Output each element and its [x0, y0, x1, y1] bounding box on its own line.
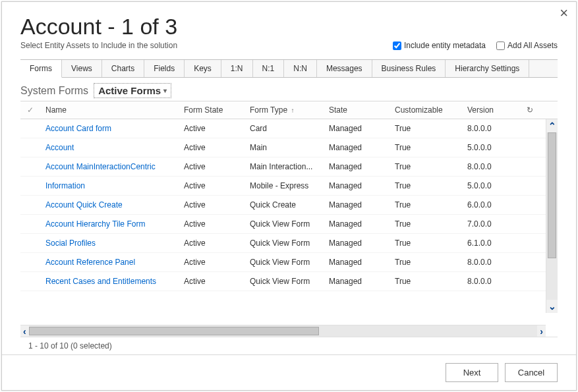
col-form-type[interactable]: Form Type ↑ [245, 101, 324, 119]
tab-charts[interactable]: Charts [102, 60, 144, 77]
col-form-state[interactable]: Form State [179, 101, 245, 119]
row-check[interactable] [20, 277, 40, 286]
table-row[interactable]: Account Hierarchy Tile FormActiveQuick V… [20, 215, 558, 234]
row-check[interactable] [20, 143, 40, 152]
table-row[interactable]: Account Card formActiveCardManagedTrue8.… [20, 119, 558, 138]
row-version: 5.0.0.0 [462, 138, 521, 157]
row-name-link[interactable]: Account Hierarchy Tile Form [45, 219, 145, 229]
tab-1n[interactable]: 1:N [221, 60, 253, 77]
row-state: Managed [324, 215, 390, 233]
scroll-thumb[interactable] [548, 132, 556, 258]
tab-views[interactable]: Views [62, 60, 102, 77]
row-form-state: Active [179, 196, 245, 214]
scroll-track[interactable] [546, 132, 558, 300]
row-form-state: Active [179, 234, 245, 252]
horizontal-scrollbar[interactable]: ‹ › [20, 325, 546, 337]
row-name: Social Profiles [40, 234, 179, 252]
h-scroll-track[interactable] [29, 325, 538, 337]
tab-forms[interactable]: Forms [20, 60, 62, 78]
page-title: Account - 1 of 3 [20, 14, 558, 40]
scroll-up-icon[interactable]: ⌃ [548, 119, 556, 132]
dialog-footer: Next Cancel [2, 354, 576, 390]
row-check[interactable] [20, 219, 40, 229]
row-form-type: Main Interaction... [245, 157, 324, 176]
row-name-link[interactable]: Account [45, 143, 74, 152]
row-state: Managed [324, 119, 390, 138]
row-name: Account Hierarchy Tile Form [40, 215, 179, 233]
add-all-assets-input[interactable] [496, 42, 505, 50]
row-check[interactable] [20, 258, 40, 267]
row-name-link[interactable]: Account MainInteractionCentric [45, 162, 156, 171]
row-form-state: Active [179, 177, 245, 195]
col-customizable[interactable]: Customizable [390, 101, 462, 119]
row-state: Managed [324, 157, 390, 176]
include-metadata-checkbox[interactable]: Include entity metadata [393, 41, 486, 50]
row-name: Recent Cases and Entitlements [40, 272, 179, 291]
tab-bar: Forms Views Charts Fields Keys 1:N N:1 N… [20, 59, 558, 78]
col-check[interactable]: ✓ [20, 101, 40, 119]
row-name-link[interactable]: Account Card form [45, 124, 111, 133]
row-version: 8.0.0.0 [462, 119, 521, 138]
row-customizable: True [390, 177, 462, 195]
row-form-type: Mobile - Express [245, 177, 324, 195]
col-state[interactable]: State [324, 101, 390, 119]
vertical-scrollbar[interactable]: ⌃ ⌄ [546, 119, 558, 313]
scroll-down-icon[interactable]: ⌄ [548, 300, 556, 313]
row-customizable: True [390, 253, 462, 271]
tab-business-rules[interactable]: Business Rules [372, 60, 446, 77]
chevron-down-icon: ▾ [163, 87, 167, 94]
row-name-link[interactable]: Information [45, 181, 85, 190]
row-name: Information [40, 177, 179, 195]
scroll-left-icon[interactable]: ‹ [20, 326, 29, 337]
row-form-type: Quick View Form [245, 234, 324, 252]
next-button[interactable]: Next [446, 363, 498, 382]
row-customizable: True [390, 272, 462, 291]
close-icon[interactable]: × [560, 6, 568, 20]
row-check[interactable] [20, 181, 40, 190]
grid: ✓ Name Form State Form Type ↑ State Cust… [20, 101, 558, 354]
row-customizable: True [390, 157, 462, 176]
include-metadata-input[interactable] [393, 42, 401, 50]
row-check[interactable] [20, 200, 40, 210]
col-form-type-label: Form Type [250, 105, 287, 115]
table-row[interactable]: Social ProfilesActiveQuick View FormMana… [20, 234, 558, 253]
col-version[interactable]: Version [462, 101, 521, 119]
row-state: Managed [324, 234, 390, 252]
row-name-link[interactable]: Account Quick Create [45, 200, 123, 210]
add-all-assets-label: Add All Assets [507, 41, 558, 50]
tab-keys[interactable]: Keys [185, 60, 221, 77]
tab-nn[interactable]: N:N [284, 60, 317, 77]
row-check[interactable] [20, 162, 40, 171]
tab-messages[interactable]: Messages [317, 60, 372, 77]
filter-category-label: System Forms [20, 85, 88, 97]
row-form-type: Main [245, 138, 324, 157]
cancel-button[interactable]: Cancel [505, 363, 558, 382]
scroll-right-icon[interactable]: › [537, 326, 546, 337]
table-row[interactable]: Account MainInteractionCentricActiveMain… [20, 157, 558, 177]
page-subtitle: Select Entity Assets to Include in the s… [20, 41, 177, 50]
col-name[interactable]: Name [40, 101, 179, 119]
row-form-state: Active [179, 253, 245, 271]
h-scroll-thumb[interactable] [29, 327, 319, 335]
row-customizable: True [390, 234, 462, 252]
add-all-assets-checkbox[interactable]: Add All Assets [496, 41, 558, 50]
table-row[interactable]: InformationActiveMobile - ExpressManaged… [20, 177, 558, 196]
row-name-link[interactable]: Account Reference Panel [45, 258, 135, 267]
row-check[interactable] [20, 238, 40, 248]
table-row[interactable]: Recent Cases and EntitlementsActiveQuick… [20, 272, 558, 291]
tab-n1[interactable]: N:1 [253, 60, 285, 77]
row-name: Account MainInteractionCentric [40, 157, 179, 176]
row-form-type: Card [245, 119, 324, 138]
row-name-link[interactable]: Social Profiles [45, 238, 96, 248]
refresh-icon[interactable]: ↻ [521, 101, 537, 119]
filter-dropdown[interactable]: Active Forms ▾ [94, 83, 171, 98]
table-row[interactable]: Account Quick CreateActiveQuick CreateMa… [20, 196, 558, 215]
row-version: 7.0.0.0 [462, 215, 521, 233]
table-row[interactable]: Account Reference PanelActiveQuick View … [20, 253, 558, 272]
row-name-link[interactable]: Recent Cases and Entitlements [45, 277, 156, 286]
tab-hierarchy-settings[interactable]: Hierarchy Settings [446, 60, 529, 77]
tab-fields[interactable]: Fields [144, 60, 185, 77]
row-form-state: Active [179, 272, 245, 291]
table-row[interactable]: AccountActiveMainManagedTrue5.0.0.0 [20, 138, 558, 157]
row-check[interactable] [20, 124, 40, 133]
